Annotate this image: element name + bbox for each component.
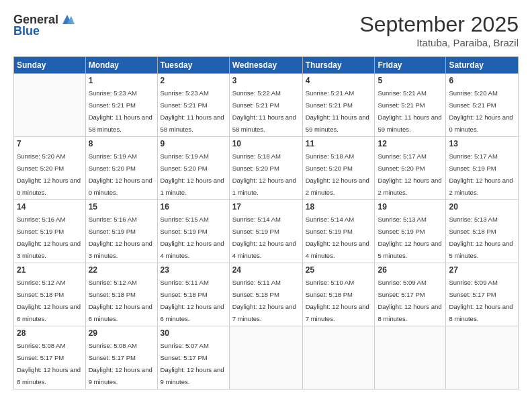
day-number: 6 — [449, 76, 515, 85]
calendar-cell: 20 Sunrise: 5:13 AMSunset: 5:18 PMDaylig… — [446, 200, 519, 263]
day-number: 20 — [449, 202, 515, 212]
day-info: Sunrise: 5:08 AMSunset: 5:17 PMDaylight:… — [89, 342, 152, 385]
th-wednesday: Wednesday — [229, 57, 302, 74]
month-title: September 2025 — [359, 12, 519, 37]
calendar-cell: 14 Sunrise: 5:16 AMSunset: 5:19 PMDaylig… — [14, 200, 86, 263]
calendar-cell — [14, 74, 86, 137]
day-number: 30 — [161, 328, 226, 338]
day-info: Sunrise: 5:23 AMSunset: 5:21 PMDaylight:… — [161, 89, 224, 133]
day-number: 18 — [306, 202, 372, 212]
day-number: 10 — [232, 139, 300, 148]
calendar-cell: 21 Sunrise: 5:12 AMSunset: 5:18 PMDaylig… — [14, 263, 86, 326]
calendar-cell: 30 Sunrise: 5:07 AMSunset: 5:17 PMDaylig… — [157, 326, 229, 390]
day-number: 23 — [161, 265, 226, 275]
day-info: Sunrise: 5:08 AMSunset: 5:17 PMDaylight:… — [17, 342, 81, 385]
calendar-cell: 17 Sunrise: 5:14 AMSunset: 5:19 PMDaylig… — [229, 200, 302, 263]
calendar-cell: 3 Sunrise: 5:22 AMSunset: 5:21 PMDayligh… — [229, 74, 302, 137]
day-info: Sunrise: 5:13 AMSunset: 5:19 PMDaylight:… — [378, 216, 441, 259]
day-number: 29 — [89, 328, 154, 338]
day-number: 21 — [17, 265, 83, 275]
calendar-week-row: 7 Sunrise: 5:20 AMSunset: 5:20 PMDayligh… — [14, 137, 519, 200]
calendar-cell: 26 Sunrise: 5:09 AMSunset: 5:17 PMDaylig… — [375, 263, 446, 326]
th-friday: Friday — [375, 57, 446, 74]
calendar-cell: 16 Sunrise: 5:15 AMSunset: 5:19 PMDaylig… — [157, 200, 229, 263]
day-number: 22 — [89, 265, 154, 275]
day-info: Sunrise: 5:16 AMSunset: 5:19 PMDaylight:… — [89, 216, 152, 259]
day-info: Sunrise: 5:10 AMSunset: 5:18 PMDaylight:… — [306, 279, 369, 322]
day-number: 16 — [161, 202, 226, 212]
day-info: Sunrise: 5:16 AMSunset: 5:19 PMDaylight:… — [17, 216, 81, 259]
logo: General Blue — [13, 12, 75, 38]
calendar-week-row: 14 Sunrise: 5:16 AMSunset: 5:19 PMDaylig… — [14, 200, 519, 263]
day-info: Sunrise: 5:13 AMSunset: 5:18 PMDaylight:… — [449, 216, 513, 259]
day-number: 3 — [232, 76, 300, 85]
day-number: 8 — [89, 139, 154, 148]
day-info: Sunrise: 5:20 AMSunset: 5:21 PMDaylight:… — [449, 89, 513, 133]
th-thursday: Thursday — [302, 57, 375, 74]
day-info: Sunrise: 5:18 AMSunset: 5:20 PMDaylight:… — [306, 152, 369, 196]
day-info: Sunrise: 5:14 AMSunset: 5:19 PMDaylight:… — [232, 216, 296, 259]
calendar-cell — [446, 326, 519, 390]
day-info: Sunrise: 5:09 AMSunset: 5:17 PMDaylight:… — [449, 279, 513, 322]
day-info: Sunrise: 5:21 AMSunset: 5:21 PMDaylight:… — [378, 89, 441, 133]
calendar-cell: 9 Sunrise: 5:19 AMSunset: 5:20 PMDayligh… — [157, 137, 229, 200]
day-info: Sunrise: 5:15 AMSunset: 5:19 PMDaylight:… — [161, 216, 224, 259]
day-info: Sunrise: 5:20 AMSunset: 5:20 PMDaylight:… — [17, 152, 81, 196]
day-info: Sunrise: 5:11 AMSunset: 5:18 PMDaylight:… — [232, 279, 296, 322]
calendar-cell: 2 Sunrise: 5:23 AMSunset: 5:21 PMDayligh… — [157, 74, 229, 137]
day-number: 5 — [378, 76, 443, 85]
calendar-cell: 1 Sunrise: 5:23 AMSunset: 5:21 PMDayligh… — [85, 74, 157, 137]
day-number: 15 — [89, 202, 154, 212]
calendar-cell: 11 Sunrise: 5:18 AMSunset: 5:20 PMDaylig… — [302, 137, 375, 200]
location-subtitle: Itatuba, Paraiba, Brazil — [359, 37, 519, 48]
calendar-cell: 25 Sunrise: 5:10 AMSunset: 5:18 PMDaylig… — [302, 263, 375, 326]
day-info: Sunrise: 5:07 AMSunset: 5:17 PMDaylight:… — [161, 342, 224, 385]
calendar-cell — [375, 326, 446, 390]
calendar-cell: 19 Sunrise: 5:13 AMSunset: 5:19 PMDaylig… — [375, 200, 446, 263]
day-number: 14 — [17, 202, 83, 212]
title-block: September 2025 Itatuba, Paraiba, Brazil — [359, 12, 519, 48]
calendar-cell: 15 Sunrise: 5:16 AMSunset: 5:19 PMDaylig… — [85, 200, 157, 263]
day-info: Sunrise: 5:18 AMSunset: 5:20 PMDaylight:… — [232, 152, 296, 196]
calendar-cell: 13 Sunrise: 5:17 AMSunset: 5:19 PMDaylig… — [446, 137, 519, 200]
day-info: Sunrise: 5:21 AMSunset: 5:21 PMDaylight:… — [306, 89, 369, 133]
weekday-header-row: Sunday Monday Tuesday Wednesday Thursday… — [14, 57, 519, 74]
day-number: 17 — [232, 202, 300, 212]
calendar-cell: 5 Sunrise: 5:21 AMSunset: 5:21 PMDayligh… — [375, 74, 446, 137]
calendar-cell: 22 Sunrise: 5:12 AMSunset: 5:18 PMDaylig… — [85, 263, 157, 326]
day-info: Sunrise: 5:11 AMSunset: 5:18 PMDaylight:… — [161, 279, 224, 322]
day-number: 9 — [161, 139, 226, 148]
logo-blue: Blue — [13, 24, 40, 38]
day-number: 12 — [378, 139, 443, 148]
day-number: 27 — [449, 265, 515, 275]
day-number: 11 — [306, 139, 372, 148]
day-info: Sunrise: 5:12 AMSunset: 5:18 PMDaylight:… — [89, 279, 152, 322]
calendar-cell: 28 Sunrise: 5:08 AMSunset: 5:17 PMDaylig… — [14, 326, 86, 390]
day-info: Sunrise: 5:23 AMSunset: 5:21 PMDaylight:… — [89, 89, 152, 133]
header: General Blue September 2025 Itatuba, Par… — [13, 12, 519, 48]
day-number: 2 — [161, 76, 226, 85]
th-monday: Monday — [85, 57, 157, 74]
day-info: Sunrise: 5:19 AMSunset: 5:20 PMDaylight:… — [161, 152, 224, 196]
calendar-cell: 24 Sunrise: 5:11 AMSunset: 5:18 PMDaylig… — [229, 263, 302, 326]
day-number: 4 — [306, 76, 372, 85]
day-number: 1 — [89, 76, 154, 85]
day-number: 7 — [17, 139, 83, 148]
day-number: 25 — [306, 265, 372, 275]
page: General Blue September 2025 Itatuba, Par… — [0, 0, 532, 411]
th-sunday: Sunday — [14, 57, 86, 74]
day-number: 26 — [378, 265, 443, 275]
calendar-cell: 8 Sunrise: 5:19 AMSunset: 5:20 PMDayligh… — [85, 137, 157, 200]
day-number: 24 — [232, 265, 300, 275]
day-number: 19 — [378, 202, 443, 212]
calendar-table: Sunday Monday Tuesday Wednesday Thursday… — [13, 56, 519, 390]
day-number: 13 — [449, 139, 515, 148]
calendar-cell: 10 Sunrise: 5:18 AMSunset: 5:20 PMDaylig… — [229, 137, 302, 200]
calendar-cell: 23 Sunrise: 5:11 AMSunset: 5:18 PMDaylig… — [157, 263, 229, 326]
calendar-cell: 12 Sunrise: 5:17 AMSunset: 5:20 PMDaylig… — [375, 137, 446, 200]
calendar-week-row: 1 Sunrise: 5:23 AMSunset: 5:21 PMDayligh… — [14, 74, 519, 137]
calendar-cell: 29 Sunrise: 5:08 AMSunset: 5:17 PMDaylig… — [85, 326, 157, 390]
day-info: Sunrise: 5:22 AMSunset: 5:21 PMDaylight:… — [232, 89, 296, 133]
calendar-cell: 4 Sunrise: 5:21 AMSunset: 5:21 PMDayligh… — [302, 74, 375, 137]
day-info: Sunrise: 5:19 AMSunset: 5:20 PMDaylight:… — [89, 152, 152, 196]
